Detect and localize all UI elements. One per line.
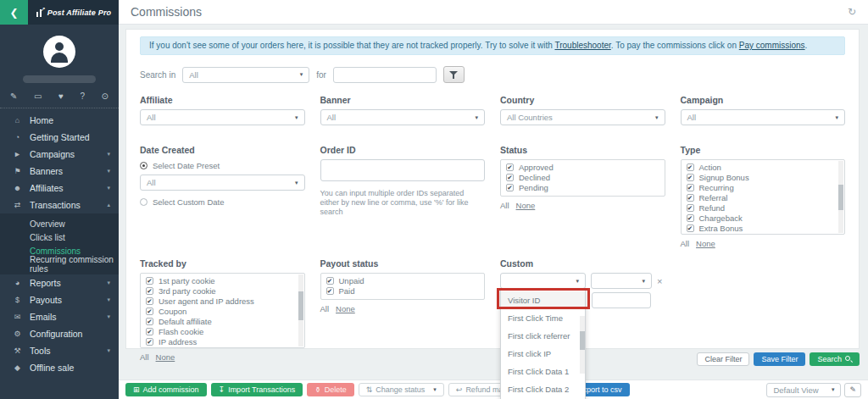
view-select[interactable]: Default View ▾ bbox=[766, 383, 841, 397]
checkbox-checked[interactable] bbox=[506, 174, 514, 181]
scrollbar[interactable] bbox=[580, 316, 585, 374]
checkbox-checked[interactable] bbox=[146, 338, 153, 346]
checkbox-checked[interactable] bbox=[146, 297, 153, 305]
option-label: Paid bbox=[339, 286, 355, 296]
brand-logo[interactable]: ↗ Post Affiliate Pro bbox=[28, 0, 119, 25]
dropdown-item[interactable]: First click IP bbox=[501, 345, 585, 363]
sidebar-item-affiliates[interactable]: ☻ Affiliates ▾ bbox=[0, 180, 119, 197]
filter-panel: If you don't see some of your orders her… bbox=[125, 29, 860, 349]
payout-all-link[interactable]: All bbox=[320, 304, 330, 313]
payout-none-link[interactable]: None bbox=[336, 304, 355, 313]
chevron-down-icon: ▾ bbox=[107, 151, 110, 158]
caret-down-icon: ▾ bbox=[433, 386, 437, 393]
sidebar-item-campaigns[interactable]: ► Campaigns ▾ bbox=[0, 146, 119, 163]
checkbox-checked[interactable] bbox=[146, 308, 153, 315]
trash-icon: ⚱ bbox=[314, 385, 321, 394]
type-none-link[interactable]: None bbox=[696, 239, 715, 248]
help-icon[interactable]: ? bbox=[80, 91, 85, 101]
date-preset-select[interactable]: All ▾ bbox=[140, 175, 305, 191]
scrollbar[interactable] bbox=[838, 161, 843, 233]
caret-down-icon: ▾ bbox=[655, 114, 659, 121]
status-none-link[interactable]: None bbox=[516, 201, 536, 210]
checkbox-checked[interactable] bbox=[146, 328, 153, 335]
submenu-item-clicks-list[interactable]: Clicks list bbox=[0, 230, 119, 244]
affiliate-select[interactable]: All ▾ bbox=[140, 109, 305, 125]
search-in-select[interactable]: All ▾ bbox=[182, 67, 309, 83]
refresh-icon[interactable]: ↻ bbox=[848, 6, 856, 18]
custom-value-input[interactable] bbox=[592, 292, 651, 308]
custom-field-select[interactable]: ▾ bbox=[500, 273, 586, 289]
offline-sale-icon: ◆ bbox=[11, 363, 24, 372]
sidebar-item-offline-sale[interactable]: ◆ Offline sale bbox=[0, 359, 119, 376]
edit-view-button[interactable]: ✎ bbox=[844, 383, 861, 397]
scrollbar[interactable] bbox=[298, 274, 303, 346]
custom-remove-icon[interactable]: × bbox=[657, 276, 662, 286]
checkbox-checked[interactable] bbox=[146, 277, 153, 285]
edit-profile-icon[interactable]: ✎ bbox=[10, 91, 17, 101]
sidebar-item-banners[interactable]: ⚑ Banners ▾ bbox=[0, 163, 119, 180]
info-alert: If you don't see some of your orders her… bbox=[140, 36, 845, 55]
import-transactions-button[interactable]: ↧Import Transactions bbox=[211, 383, 303, 396]
dropdown-item[interactable]: First click referrer bbox=[501, 327, 585, 345]
logout-icon[interactable]: ⊙ bbox=[102, 91, 108, 101]
checkbox-checked[interactable] bbox=[506, 163, 514, 171]
checkbox-checked[interactable] bbox=[506, 184, 514, 191]
checkbox-checked[interactable] bbox=[687, 224, 694, 232]
date-custom-radio[interactable] bbox=[140, 198, 147, 206]
chevron-down-icon: ▾ bbox=[107, 296, 110, 303]
order-id-textarea[interactable] bbox=[320, 159, 486, 181]
date-preset-radio[interactable] bbox=[140, 162, 147, 169]
checkbox-checked[interactable] bbox=[326, 277, 334, 285]
dropdown-item[interactable]: First Click Data 1 bbox=[501, 363, 585, 380]
status-all-link[interactable]: All bbox=[500, 201, 509, 210]
campaign-select[interactable]: All ▾ bbox=[681, 109, 846, 125]
sidebar-item-home[interactable]: ⌂ Home bbox=[0, 112, 119, 129]
sidebar-item-configuration[interactable]: ⚙ Configuration bbox=[0, 325, 119, 342]
sidebar-item-transactions[interactable]: ⇄ Transactions ▴ bbox=[0, 197, 119, 213]
type-all-link[interactable]: All bbox=[681, 239, 690, 248]
checkbox-checked[interactable] bbox=[326, 287, 334, 295]
tracked-all-link[interactable]: All bbox=[140, 352, 149, 362]
checkbox-checked[interactable] bbox=[687, 163, 694, 171]
checkbox-checked[interactable] bbox=[146, 318, 153, 325]
clear-filter-button[interactable]: Clear Filter bbox=[697, 352, 749, 366]
filter-button[interactable] bbox=[443, 66, 465, 83]
sidebar: ❮ ↗ Post Affiliate Pro ✎ ▭ ♥ ? ⊙ ⌂ Home … bbox=[0, 0, 119, 399]
checkbox-checked[interactable] bbox=[687, 174, 694, 181]
avatar[interactable] bbox=[43, 36, 75, 68]
banner-select[interactable]: All ▾ bbox=[320, 109, 486, 125]
sidebar-item-getting-started[interactable]: ◔ Getting Started bbox=[0, 129, 119, 146]
sidebar-item-emails[interactable]: ✉ Emails ▾ bbox=[0, 308, 119, 325]
add-commission-button[interactable]: ⊞Add commission bbox=[125, 383, 207, 396]
pay-commissions-link[interactable]: Pay commissions bbox=[739, 41, 805, 50]
custom-operator-select[interactable]: ▾ bbox=[591, 273, 652, 289]
checkbox-checked[interactable] bbox=[687, 184, 694, 191]
dropdown-item[interactable]: First Click Data 2 bbox=[501, 380, 585, 398]
dropdown-item-visitor-id[interactable]: Visitor ID bbox=[501, 291, 585, 309]
sidebar-item-reports[interactable]: ◕ Reports ▾ bbox=[0, 274, 119, 291]
delete-button[interactable]: ⚱Delete bbox=[307, 383, 354, 396]
health-icon[interactable]: ♥ bbox=[58, 91, 64, 101]
tracked-none-link[interactable]: None bbox=[156, 352, 175, 362]
change-status-button[interactable]: ⇅Change status▾ bbox=[359, 383, 444, 396]
search-input[interactable] bbox=[333, 67, 437, 83]
country-select[interactable]: All Countries ▾ bbox=[500, 109, 665, 125]
sidebar-item-label: Configuration bbox=[30, 329, 82, 339]
submenu-item-recurring-commission-rules[interactable]: Recurring commission rules bbox=[0, 258, 119, 271]
troubleshooter-link[interactable]: Troubleshooter bbox=[554, 41, 610, 50]
desktop-icon[interactable]: ▭ bbox=[34, 91, 42, 101]
dropdown-item[interactable]: First Click Time bbox=[501, 309, 585, 327]
checkbox-checked[interactable] bbox=[687, 204, 694, 212]
checkbox-checked[interactable] bbox=[687, 214, 694, 222]
option-label: Pending bbox=[519, 183, 548, 192]
sidebar-item-payouts[interactable]: $ Payouts ▾ bbox=[0, 291, 119, 308]
sidebar-item-label: Reports bbox=[30, 278, 61, 288]
checkbox-checked[interactable] bbox=[146, 287, 153, 295]
save-filter-button[interactable]: Save Filter bbox=[754, 352, 805, 366]
search-button[interactable]: Search bbox=[810, 352, 860, 366]
sidebar-item-tools[interactable]: ⚒ Tools ▾ bbox=[0, 342, 119, 359]
caret-down-icon: ▾ bbox=[832, 386, 835, 393]
checkbox-checked[interactable] bbox=[687, 194, 694, 202]
collapse-sidebar-button[interactable]: ❮ bbox=[0, 0, 28, 25]
submenu-item-overview[interactable]: Overview bbox=[0, 217, 119, 230]
